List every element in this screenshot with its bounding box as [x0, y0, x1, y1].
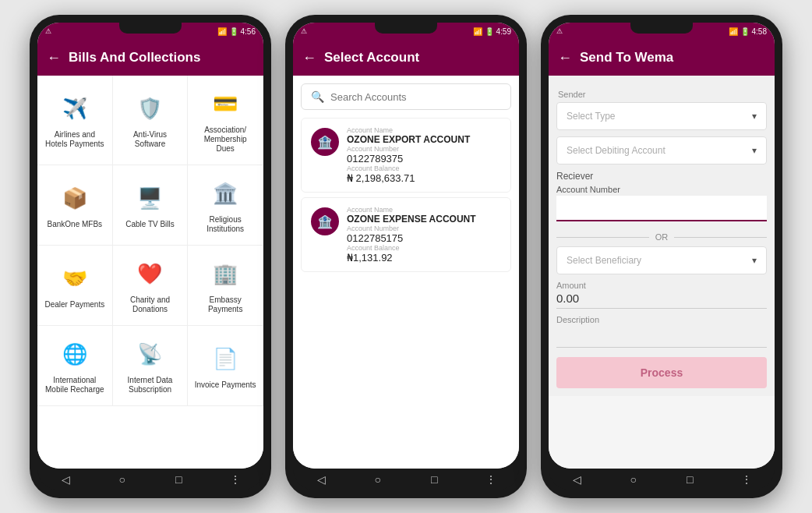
grid-label-0: Airlines and Hotels Payments [44, 130, 106, 149]
select-debiting-dropdown[interactable]: Select Debiting Account ▾ [556, 136, 767, 165]
account-card-2[interactable]: 🏦 Account Name OZONE EXPENSE ACCOUNT Acc… [301, 197, 511, 272]
account-details-2: Account Name OZONE EXPENSE ACCOUNT Accou… [347, 206, 501, 264]
nav-dots-2[interactable]: ⋮ [482, 471, 500, 488]
sender-section-label: Sender [558, 90, 767, 99]
grid-item-1[interactable]: 🛡️ Anti-Virus Software [113, 76, 189, 165]
grid-label-5: Religious Institutions [194, 215, 256, 234]
grid-icon-9: 🌐 [58, 337, 92, 371]
status-right-2: 📶 🔋 4:59 [473, 27, 511, 36]
grid-item-5[interactable]: 🏛️ Religious Institutions [188, 165, 263, 246]
select-type-dropdown[interactable]: Select Type ▾ [556, 102, 767, 130]
account-card-1[interactable]: 🏦 Account Name OZONE EXPORT ACCOUNT Acco… [301, 118, 511, 193]
account-details-1: Account Name OZONE EXPORT ACCOUNT Accoun… [347, 126, 501, 184]
phone-1-notch [119, 23, 182, 34]
search-bar[interactable]: 🔍 [301, 83, 511, 110]
grid-item-4[interactable]: 🖥️ Cable TV Bills [113, 165, 189, 246]
grid-label-9: International Mobile Recharge [44, 376, 106, 394]
grid-label-4: Cable TV Bills [125, 220, 175, 229]
phone-3-screen: ⚠ 📶 🔋 4:58 ← Send To Wema Sender Select … [549, 23, 775, 469]
nav-square-1[interactable]: □ [170, 471, 187, 488]
process-button[interactable]: Process [556, 357, 767, 388]
nav-back-1[interactable]: ◁ [57, 471, 74, 488]
description-input[interactable] [556, 326, 767, 348]
grid-icon-5: 🏛️ [208, 176, 242, 211]
grid-icon-6: 🤝 [58, 261, 92, 295]
grid-label-6: Dealer Payments [44, 300, 104, 310]
account-balance-label-1: Account Balance [347, 165, 501, 172]
nav-home-1[interactable]: ○ [114, 471, 131, 488]
account-number-2: 0122785175 [347, 232, 501, 244]
select-beneficiary-placeholder: Select Beneficiary [567, 255, 641, 266]
app-header-1: ← Bills And Collections [37, 40, 263, 76]
nav-dots-1[interactable]: ⋮ [227, 471, 244, 488]
header-title-3: Send To Wema [580, 50, 673, 65]
phone-2: ⚠ 📶 🔋 4:59 ← Select Account 🔍 🏦 Accou [285, 15, 527, 498]
phone-1: ⚠ 📶 🔋 4:56 ← Bills And Collections ✈️ Ai… [30, 15, 271, 498]
account-icon-2: 🏦 [311, 207, 339, 235]
status-time-1: 4:56 [241, 27, 256, 36]
back-button-1[interactable]: ← [47, 50, 61, 66]
phone-2-bottom-bar: ◁ ○ □ ⋮ [293, 469, 519, 490]
status-right-3: 📶 🔋 4:58 [729, 27, 767, 36]
grid-icon-11: 📄 [208, 341, 242, 376]
nav-home-3[interactable]: ○ [625, 471, 642, 488]
battery-icon-2: 🔋 [485, 27, 494, 36]
back-button-3[interactable]: ← [558, 50, 572, 66]
bills-grid: ✈️ Airlines and Hotels Payments 🛡️ Anti-… [37, 76, 263, 406]
screen-content-3: Sender Select Type ▾ Select Debiting Acc… [549, 76, 775, 469]
grid-item-3[interactable]: 📦 BankOne MFBs [37, 165, 113, 246]
account-icon-1: 🏦 [311, 128, 339, 156]
status-left-1: ⚠ [45, 27, 51, 35]
receiver-label: Reciever [556, 171, 767, 182]
or-text: OR [655, 232, 669, 242]
battery-icon-1: 🔋 [229, 27, 238, 36]
grid-item-6[interactable]: 🤝 Dealer Payments [37, 246, 113, 326]
grid-item-7[interactable]: ❤️ Charity and Donations [113, 246, 189, 326]
grid-icon-7: ❤️ [132, 256, 167, 291]
grid-label-3: BankOne MFBs [48, 220, 103, 229]
nav-square-3[interactable]: □ [681, 471, 698, 488]
receiver-section: Reciever Account Number OR Select Benefi… [556, 171, 767, 274]
nav-back-2[interactable]: ◁ [312, 471, 330, 488]
grid-item-8[interactable]: 🏢 Embassy Payments [188, 246, 263, 326]
grid-item-2[interactable]: 💳 Association/ Membership Dues [188, 76, 263, 165]
account-number-field-label: Account Number [556, 185, 767, 194]
account-name-label-2: Account Name [347, 206, 501, 214]
send-form: Sender Select Type ▾ Select Debiting Acc… [549, 76, 775, 396]
grid-item-11[interactable]: 📄 Invoice Payments [188, 326, 263, 406]
nav-home-2[interactable]: ○ [369, 471, 387, 488]
description-label: Description [556, 315, 767, 324]
warning-icon-3: ⚠ [556, 27, 563, 35]
amount-value: 0.00 [556, 292, 767, 309]
grid-item-10[interactable]: 📡 Internet Data Subscription [113, 326, 189, 406]
grid-item-9[interactable]: 🌐 International Mobile Recharge [37, 326, 113, 406]
signal-icon-3: 📶 [729, 27, 738, 36]
status-left-2: ⚠ [301, 27, 307, 35]
search-icon: 🔍 [311, 90, 324, 103]
nav-square-2[interactable]: □ [425, 471, 443, 488]
or-line-left [556, 237, 649, 238]
search-input[interactable] [330, 91, 501, 103]
select-beneficiary-dropdown[interactable]: Select Beneficiary ▾ [556, 246, 767, 274]
phone-1-screen: ⚠ 📶 🔋 4:56 ← Bills And Collections ✈️ Ai… [37, 23, 263, 469]
grid-icon-2: 💳 [208, 87, 242, 121]
account-name-2: OZONE EXPENSE ACCOUNT [347, 214, 501, 225]
account-number-input[interactable] [556, 196, 767, 221]
select-debiting-arrow-icon: ▾ [752, 145, 757, 156]
back-button-2[interactable]: ← [302, 50, 316, 66]
status-right-1: 📶 🔋 4:56 [217, 27, 256, 36]
status-time-2: 4:59 [496, 27, 511, 36]
header-title-2: Select Account [324, 50, 419, 65]
grid-item-0[interactable]: ✈️ Airlines and Hotels Payments [37, 76, 113, 165]
grid-label-11: Invoice Payments [195, 380, 256, 390]
select-type-placeholder: Select Type [567, 111, 615, 122]
or-divider: OR [556, 232, 767, 242]
nav-back-3[interactable]: ◁ [568, 471, 585, 488]
nav-dots-3[interactable]: ⋮ [738, 471, 755, 488]
account-balance-label-2: Account Balance [347, 244, 501, 252]
grid-label-2: Association/ Membership Dues [194, 126, 256, 154]
select-debiting-placeholder: Select Debiting Account [567, 145, 665, 156]
account-number-1: 0122789375 [347, 153, 501, 165]
grid-label-7: Charity and Donations [119, 295, 182, 314]
grid-icon-0: ✈️ [58, 91, 92, 126]
